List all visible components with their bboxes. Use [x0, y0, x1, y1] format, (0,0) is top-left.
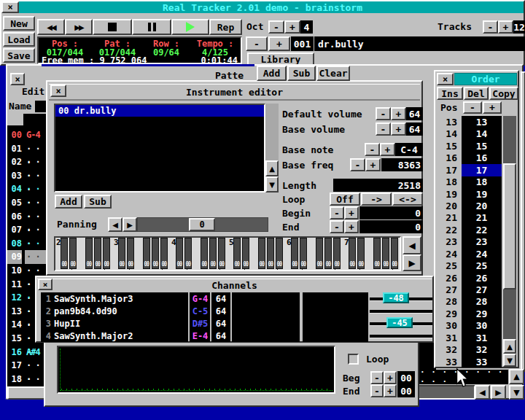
black-key[interactable]: 00 [61, 238, 68, 269]
base-volume-plus-button[interactable]: + [391, 122, 406, 136]
base-note-plus-button[interactable]: + [380, 143, 395, 156]
pattern-row-number[interactable]: 04 [7, 182, 22, 196]
pattern-row-number[interactable]: 13 [7, 305, 22, 319]
sample-beg-plus-button[interactable]: + [384, 371, 397, 384]
oct-plus-button[interactable]: + [284, 20, 300, 34]
channel-slider-thumb[interactable]: -45 [386, 317, 413, 328]
instrument-list-down-button[interactable]: ▼ [265, 176, 279, 192]
pattern-row-number[interactable]: 11 [7, 278, 22, 292]
black-key[interactable]: 00 [143, 238, 150, 269]
channel-slider-track[interactable] [370, 335, 432, 338]
black-key[interactable]: 00 [85, 238, 93, 269]
pattern-row-number[interactable]: 08 [7, 237, 22, 251]
order-row-pos[interactable]: 29 [437, 308, 457, 320]
order-del-button[interactable]: Del [464, 87, 489, 100]
pause-button[interactable] [132, 19, 171, 35]
black-key[interactable]: 00 [373, 238, 381, 269]
sample-sub-button[interactable]: Sub [84, 195, 112, 209]
order-pos-minus-button[interactable]: - [463, 101, 482, 114]
channel-slider-thumb[interactable]: -48 [383, 292, 409, 303]
begin-plus-button[interactable]: + [344, 206, 359, 219]
instrument-plus-button[interactable]: + [268, 36, 290, 51]
black-key[interactable]: 00 [152, 238, 159, 269]
black-key[interactable]: 00 [176, 238, 183, 269]
order-row-pos[interactable]: 18 [437, 176, 457, 188]
black-key[interactable]: 00 [233, 238, 241, 269]
pattern-row-number[interactable]: 16 [7, 346, 22, 359]
pattern-scroll-up-button[interactable]: ▲ [509, 369, 524, 384]
pattern-row-number[interactable]: 01 [7, 142, 22, 156]
sample-end-plus-button[interactable]: + [384, 384, 397, 397]
keyboard-scroll-right-button[interactable]: ▶ [402, 254, 421, 271]
black-key[interactable]: 00 [267, 238, 274, 269]
loop-forward-button[interactable]: -> [361, 192, 392, 206]
instrument-list-item-selected[interactable]: 00 dr.bully [55, 105, 264, 117]
order-row-pos[interactable]: 21 [437, 211, 457, 224]
channels-name-column[interactable] [41, 292, 188, 342]
sample-beg-minus-button[interactable]: - [370, 371, 384, 384]
piano-keyboard[interactable]: 0000000000200000000003000000000040000000… [54, 236, 401, 271]
pattern-bottom-box[interactable] [7, 386, 47, 400]
order-row-pos[interactable]: 13 [437, 116, 457, 128]
pattern-row-number[interactable]: 17 [7, 359, 22, 373]
pattern-row-number[interactable]: 10 [7, 264, 22, 278]
oct-minus-button[interactable]: - [268, 20, 284, 34]
base-freq-minus-button[interactable]: - [350, 158, 365, 171]
instrument-name-field[interactable]: dr.bully [314, 36, 525, 51]
black-key[interactable]: 00 [391, 238, 398, 269]
stop-button[interactable] [93, 19, 132, 35]
waveform-display[interactable] [57, 346, 335, 394]
order-row-pos[interactable]: 23 [437, 236, 457, 248]
pattern-row-number[interactable]: 03 [7, 169, 22, 183]
loop-off-button[interactable]: Off [330, 192, 360, 206]
black-key[interactable]: 00 [357, 238, 365, 269]
order-row-pos[interactable]: 22 [437, 224, 457, 236]
pattern-row-number[interactable]: 14 [7, 318, 22, 332]
panning-right-button[interactable]: ▶ [122, 217, 137, 232]
panning-slider-thumb[interactable]: 0 [189, 218, 215, 231]
instrument-minus-button[interactable]: - [246, 36, 268, 51]
order-row-pos[interactable]: 27 [437, 284, 457, 296]
order-row-pos[interactable]: 31 [437, 332, 457, 344]
black-key[interactable]: 00 [103, 238, 110, 269]
fastforward-button[interactable]: ▶▶ [65, 19, 93, 35]
pattern-row-number[interactable]: 12 [7, 291, 22, 305]
order-row-pos[interactable]: 25 [437, 260, 457, 272]
black-key[interactable]: 00 [69, 238, 77, 269]
new-button[interactable]: New [3, 16, 35, 31]
order-row-pos[interactable]: 17 [437, 164, 457, 176]
order-scrollbar-thumb[interactable] [503, 163, 516, 289]
instrument-list[interactable]: 00 dr.bully [54, 104, 265, 192]
order-row-pos[interactable]: 15 [437, 140, 457, 152]
black-key[interactable]: 00 [118, 238, 125, 269]
black-key[interactable]: 00 [218, 238, 225, 269]
tracks-minus-button[interactable]: - [483, 20, 498, 34]
order-row-pos[interactable]: 16 [437, 152, 457, 164]
order-row-pos[interactable]: 19 [437, 188, 457, 201]
pattern-row-number[interactable]: 09 [7, 250, 22, 264]
default-volume-minus-button[interactable]: - [376, 107, 391, 120]
black-key[interactable]: 00 [382, 238, 389, 269]
black-key[interactable]: 00 [184, 238, 192, 269]
pattern-scroll-right-button[interactable]: ▶ [491, 385, 506, 400]
pattern-scroll-down-button[interactable]: ▼ [509, 385, 524, 400]
channel-slider-track[interactable] [370, 310, 432, 314]
order-scroll-up-button[interactable]: ▲ [503, 339, 516, 354]
channels-close-button[interactable]: × [38, 279, 52, 290]
black-key[interactable]: 00 [291, 238, 298, 269]
pattern-row-number[interactable]: 18 [7, 373, 22, 386]
pattern-sub-button[interactable]: Sub [287, 66, 316, 81]
sample-end-minus-button[interactable]: - [370, 384, 384, 397]
black-key[interactable]: 00 [300, 238, 307, 269]
black-key[interactable]: 00 [127, 238, 134, 269]
pattern-row-number[interactable]: 15 [7, 332, 22, 346]
sample-add-button[interactable]: Add [55, 195, 82, 209]
black-key[interactable]: 00 [209, 238, 217, 269]
order-row-pos[interactable]: 14 [437, 128, 457, 140]
black-key[interactable]: 00 [324, 238, 332, 269]
repeat-button[interactable]: Rep [209, 19, 242, 35]
panning-left-button[interactable]: ◀ [108, 217, 122, 232]
pattern-row-number[interactable]: 00 [7, 128, 22, 142]
tracks-plus-button[interactable]: + [498, 20, 513, 34]
order-row-pos[interactable]: 28 [437, 295, 457, 308]
